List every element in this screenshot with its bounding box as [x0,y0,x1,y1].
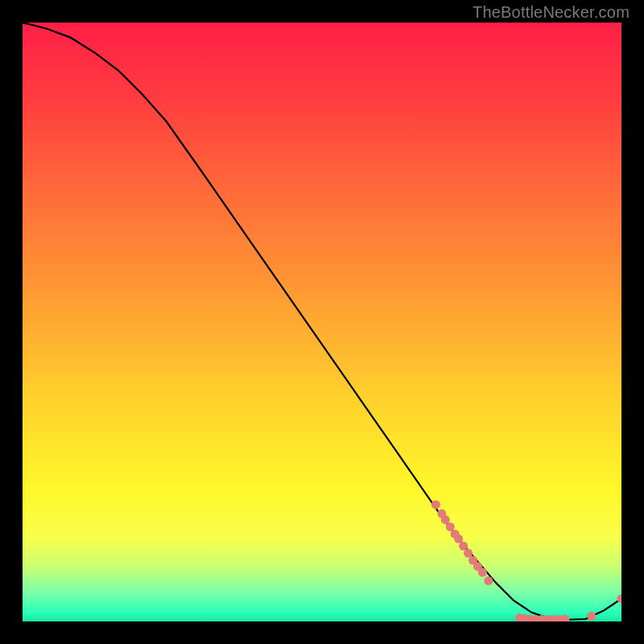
chart-svg [23,23,621,621]
data-point [484,576,493,585]
gradient-background [23,23,621,621]
data-point [431,500,440,509]
data-point [587,612,596,621]
plot-area [23,23,621,621]
data-point [478,568,487,576]
watermark-text: TheBottleNecker.com [473,3,630,22]
data-point [441,515,450,524]
chart-stage: TheBottleNecker.com [0,0,644,644]
